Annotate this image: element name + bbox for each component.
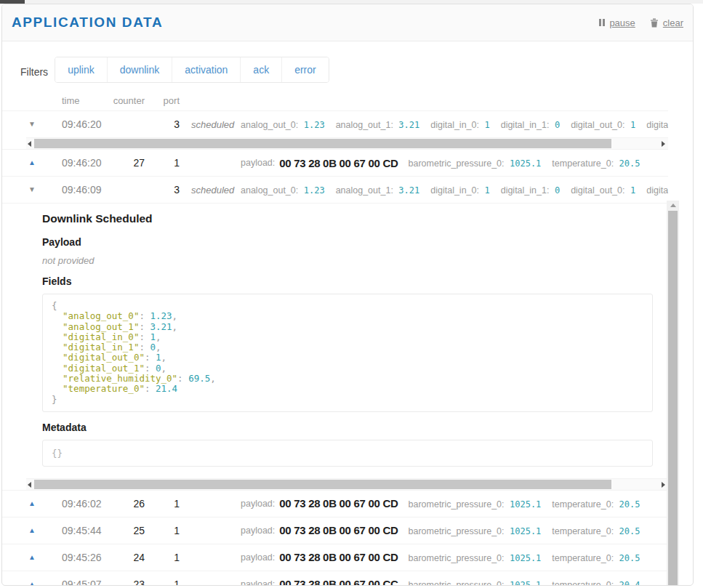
event-fields: payload:00 73 28 0B 00 67 00 CDbarometri… bbox=[180, 524, 668, 537]
page-title: APPLICATION DATA bbox=[12, 15, 163, 31]
expander-icon[interactable]: ▼ bbox=[28, 186, 62, 193]
scroll-up-arrow-icon[interactable] bbox=[670, 204, 676, 207]
field-item: digital_out_1: 0 bbox=[646, 118, 668, 131]
filters-label: Filters bbox=[20, 66, 48, 78]
field-label: digital_in_1: bbox=[501, 185, 552, 196]
json-token bbox=[52, 352, 63, 363]
event-counter: 25 bbox=[113, 525, 145, 536]
expander-icon[interactable]: ▲ bbox=[28, 581, 62, 586]
event-note: scheduled bbox=[180, 185, 241, 196]
vertical-scrollbar-thumb[interactable] bbox=[668, 211, 678, 586]
metadata-json: {} bbox=[42, 440, 653, 467]
field-item: digital_out_0: 1 bbox=[571, 183, 635, 196]
horizontal-scrollbar[interactable] bbox=[26, 137, 668, 149]
expander-icon[interactable]: ▲ bbox=[28, 500, 62, 507]
event-row[interactable]: ▼ 09:46:09 3 scheduled analog_out_0: 1.2… bbox=[2, 176, 668, 203]
payload-label: payload: bbox=[241, 158, 275, 168]
filter-button-error[interactable]: error bbox=[281, 57, 329, 82]
field-value: 0 bbox=[555, 185, 560, 196]
event-row[interactable]: ▲ 09:45:44 25 1 payload:00 73 28 0B 00 6… bbox=[2, 517, 668, 544]
field-value: 1 bbox=[484, 120, 489, 130]
filter-button-uplink[interactable]: uplink bbox=[55, 57, 107, 82]
event-time: 09:46:09 bbox=[62, 184, 113, 196]
field-item: barometric_pressure_0: 1025.1 bbox=[409, 551, 542, 564]
scroll-left-arrow-icon[interactable] bbox=[28, 141, 31, 147]
field-label: temperature_0: bbox=[552, 526, 616, 536]
payload-value: 00 73 28 0B 00 67 00 CD bbox=[279, 497, 398, 510]
vertical-scrollbar[interactable] bbox=[667, 201, 679, 586]
json-token: , bbox=[161, 363, 167, 374]
json-token: "digital_in_0" bbox=[63, 331, 139, 342]
expander-icon[interactable]: ▲ bbox=[28, 159, 62, 166]
horizontal-scrollbar[interactable] bbox=[26, 478, 668, 490]
expander-icon[interactable]: ▲ bbox=[28, 527, 62, 534]
event-row[interactable]: ▲ 09:46:02 26 1 payload:00 73 28 0B 00 6… bbox=[2, 490, 668, 517]
json-token: 1 bbox=[156, 352, 161, 363]
filter-button-downlink[interactable]: downlink bbox=[107, 57, 172, 82]
event-row[interactable]: ▲ 09:45:07 23 1 payload:00 73 28 0B 00 6… bbox=[2, 571, 668, 586]
field-item: analog_out_0: 1.23 bbox=[241, 183, 325, 196]
json-token: 0 bbox=[150, 342, 156, 353]
payload-label: payload: bbox=[241, 579, 275, 586]
field-label: barometric_pressure_0: bbox=[409, 553, 507, 563]
payload-label: payload: bbox=[241, 552, 275, 563]
json-token bbox=[52, 383, 63, 394]
payload-value: not provided bbox=[42, 255, 668, 266]
event-row[interactable]: ▲ 09:46:20 27 1 payload:00 73 28 0B 00 6… bbox=[2, 149, 668, 176]
payload-value: 00 73 28 0B 00 67 00 CD bbox=[279, 524, 398, 536]
pause-label: pause bbox=[609, 17, 635, 28]
field-item: analog_out_1: 3.21 bbox=[336, 183, 420, 196]
json-token: "temperature_0" bbox=[63, 383, 145, 394]
event-time: 09:46:20 bbox=[62, 157, 113, 169]
json-token: : bbox=[145, 363, 156, 374]
application-data-panel: APPLICATION DATA pause clear Filters upl… bbox=[1, 4, 694, 586]
fields-heading: Fields bbox=[42, 275, 668, 287]
field-value: 20.5 bbox=[619, 553, 640, 563]
clear-label: clear bbox=[663, 17, 683, 28]
header-actions: pause clear bbox=[599, 17, 683, 28]
scroll-left-arrow-icon[interactable] bbox=[28, 482, 31, 488]
field-item: digital_out_1: 0 bbox=[646, 183, 668, 196]
filter-button-ack[interactable]: ack bbox=[240, 57, 281, 82]
json-token: 0 bbox=[156, 363, 161, 374]
json-token: : bbox=[139, 310, 150, 321]
json-token: "digital_in_1" bbox=[63, 342, 139, 353]
event-counter: 27 bbox=[113, 157, 145, 169]
field-label: analog_out_0: bbox=[241, 185, 301, 196]
payload-value: 00 73 28 0B 00 67 00 CC bbox=[279, 578, 398, 586]
field-value: 1 bbox=[630, 185, 635, 196]
panel-header: APPLICATION DATA pause clear bbox=[2, 4, 693, 41]
field-label: temperature_0: bbox=[552, 580, 616, 586]
field-label: temperature_0: bbox=[552, 158, 616, 169]
json-token: 21.4 bbox=[156, 383, 177, 394]
json-token bbox=[52, 331, 63, 342]
field-label: digital_in_0: bbox=[430, 185, 481, 196]
field-label: digital_out_1: bbox=[646, 185, 668, 196]
expander-icon[interactable]: ▼ bbox=[28, 121, 62, 128]
field-item: barometric_pressure_0: 1025.1 bbox=[409, 578, 542, 586]
json-token: "digital_out_1" bbox=[63, 363, 145, 374]
event-row[interactable]: ▼ 09:46:20 3 scheduled analog_out_0: 1.2… bbox=[2, 110, 668, 137]
expander-icon[interactable]: ▲ bbox=[28, 554, 62, 561]
field-value: 1.23 bbox=[304, 120, 325, 130]
pause-button[interactable]: pause bbox=[599, 17, 635, 28]
horizontal-scrollbar-thumb[interactable] bbox=[34, 480, 611, 489]
field-value: 20.5 bbox=[619, 499, 640, 510]
field-item: temperature_0: 20.5 bbox=[552, 497, 640, 510]
field-value: 1025.1 bbox=[510, 580, 541, 586]
clear-button[interactable]: clear bbox=[650, 17, 683, 28]
field-label: digital_out_0: bbox=[571, 120, 627, 130]
scroll-right-arrow-icon[interactable] bbox=[662, 482, 665, 488]
json-token: : bbox=[139, 321, 150, 332]
field-item: temperature_0: 20.5 bbox=[552, 156, 640, 169]
horizontal-scrollbar-thumb[interactable] bbox=[34, 139, 611, 148]
event-fields: scheduled analog_out_0: 1.23analog_out_1… bbox=[180, 118, 668, 131]
json-token: } bbox=[52, 394, 57, 405]
filter-button-activation[interactable]: activation bbox=[172, 57, 240, 82]
event-time: 09:45:44 bbox=[62, 525, 113, 536]
field-value: 3.21 bbox=[398, 120, 419, 130]
scroll-right-arrow-icon[interactable] bbox=[662, 141, 665, 147]
event-row[interactable]: ▲ 09:45:26 24 1 payload:00 73 28 0B 00 6… bbox=[2, 544, 668, 571]
field-label: analog_out_1: bbox=[336, 185, 396, 196]
field-item: temperature_0: 20.5 bbox=[552, 551, 640, 564]
